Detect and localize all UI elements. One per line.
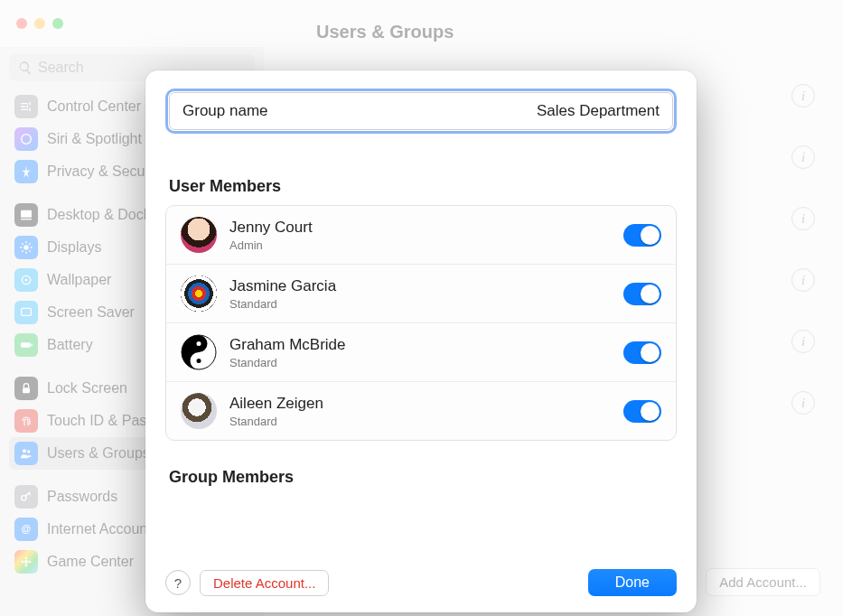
user-row: Jenny CourtAdmin xyxy=(166,206,676,264)
svg-point-20 xyxy=(197,341,201,346)
user-row: Jasmine GarciaStandard xyxy=(166,264,676,322)
user-text: Aileen ZeigenStandard xyxy=(229,395,611,428)
modal-overlay: Group name User Members Jenny CourtAdmin… xyxy=(0,0,842,616)
group-name-field: Group name xyxy=(165,89,677,134)
avatar xyxy=(181,393,217,429)
sheet-footer: ? Delete Account... Done xyxy=(165,569,677,596)
delete-account-button[interactable]: Delete Account... xyxy=(200,570,329,596)
help-button[interactable]: ? xyxy=(165,570,191,595)
user-row: Aileen ZeigenStandard xyxy=(166,381,676,440)
user-role: Standard xyxy=(229,297,611,311)
member-toggle[interactable] xyxy=(623,224,661,247)
member-toggle[interactable] xyxy=(623,341,661,364)
avatar xyxy=(181,217,217,253)
group-sheet: Group name User Members Jenny CourtAdmin… xyxy=(145,70,697,612)
group-members-heading: Group Members xyxy=(169,468,673,487)
user-text: Jenny CourtAdmin xyxy=(229,219,611,252)
user-members-heading: User Members xyxy=(169,177,673,196)
user-name: Jenny Court xyxy=(229,219,611,237)
avatar xyxy=(181,275,217,312)
member-toggle[interactable] xyxy=(623,400,661,423)
user-text: Jasmine GarciaStandard xyxy=(229,277,611,311)
svg-point-21 xyxy=(197,359,201,363)
user-name: Aileen Zeigen xyxy=(229,395,611,413)
user-members-list: Jenny CourtAdminJasmine GarciaStandardGr… xyxy=(165,205,677,441)
user-text: Graham McBrideStandard xyxy=(229,336,611,369)
user-role: Standard xyxy=(229,356,611,369)
user-name: Jasmine Garcia xyxy=(229,277,611,295)
user-role: Admin xyxy=(229,238,611,252)
done-button[interactable]: Done xyxy=(588,569,677,596)
user-role: Standard xyxy=(229,415,611,428)
settings-window: Users & Groups Search Control CenterSiri… xyxy=(0,0,842,616)
user-row: Graham McBrideStandard xyxy=(166,322,676,381)
member-toggle[interactable] xyxy=(623,283,661,305)
group-name-input[interactable] xyxy=(425,102,660,120)
avatar xyxy=(181,334,217,370)
user-name: Graham McBride xyxy=(229,336,611,354)
group-name-label: Group name xyxy=(182,102,268,120)
